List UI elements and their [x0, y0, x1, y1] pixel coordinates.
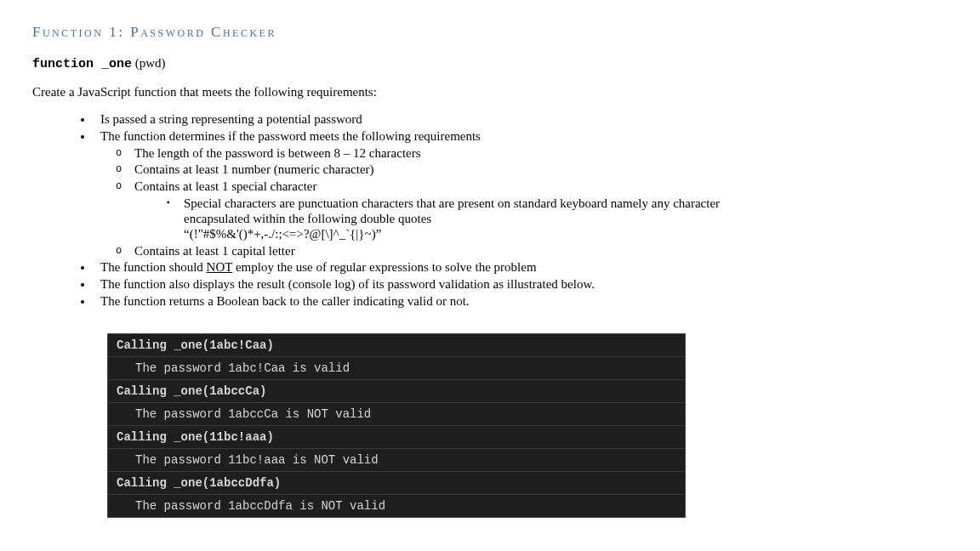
req-not-emphasis: NOT [207, 260, 233, 274]
subreq-item: Contains at least 1 number (numeric char… [134, 162, 948, 178]
console-line: The password 1abc!Caa is valid [108, 357, 685, 380]
console-line: Calling _one(1abccCa) [108, 380, 685, 403]
console-line: Calling _one(1abccDdfa) [108, 472, 685, 495]
requirements-list: Is passed a string representing a potent… [94, 111, 948, 310]
signature-args: (pwd) [132, 56, 166, 70]
req-text-partA: The function should [100, 260, 207, 274]
console-line: Calling _one(1abc!Caa) [108, 334, 685, 357]
subsubreq-item: Special characters are punctuation chara… [184, 196, 728, 242]
subreq-item: Contains at least 1 capital letter [134, 243, 948, 259]
special-char-desc: Special characters are punctuation chara… [184, 196, 720, 225]
special-char-string: “(!"#$%&'()*+,-./:;<=>?@[\]^_`{|}~)” [184, 227, 381, 241]
subreq-item: Contains at least 1 special character Sp… [134, 179, 948, 242]
req-item: The function determines if the password … [94, 128, 948, 259]
req-item: The function should NOT employ the use o… [94, 259, 948, 276]
req-item: The function returns a Boolean back to t… [94, 293, 948, 310]
sub-requirements-list: The length of the password is between 8 … [134, 145, 948, 259]
req-item: The function also displays the result (c… [94, 276, 948, 293]
console-output: Calling _one(1abc!Caa) The password 1abc… [107, 333, 686, 518]
console-line: The password 1abccDdfa is NOT valid [108, 495, 685, 517]
req-text-partB: employ the use of regular expressions to… [232, 260, 536, 274]
section-title: Function 1: Password Checker [32, 24, 948, 41]
function-signature: function _one (pwd) [32, 56, 948, 71]
console-line: The password 1abccCa is NOT valid [108, 403, 685, 426]
req-item: Is passed a string representing a potent… [94, 111, 948, 128]
req-text: The function determines if the password … [100, 129, 481, 143]
subreq-item: The length of the password is between 8 … [134, 145, 948, 162]
console-line: The password 11bc!aaa is NOT valid [108, 449, 685, 472]
console-line: Calling _one(11bc!aaa) [108, 426, 685, 449]
signature-fn: function _one [32, 57, 132, 71]
subreq-text: Contains at least 1 special character [134, 179, 317, 193]
intro-text: Create a JavaScript function that meets … [32, 85, 948, 99]
subsub-requirements-list: Special characters are punctuation chara… [184, 196, 948, 242]
